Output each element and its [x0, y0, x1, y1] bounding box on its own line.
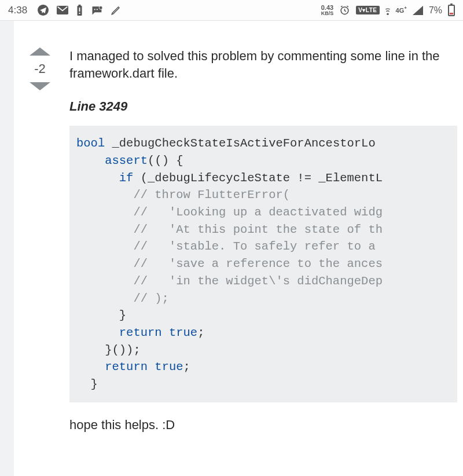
code-text: (_debugLifecycleState != _ElementL [133, 171, 383, 185]
svg-rect-3 [79, 5, 81, 6]
svg-point-7 [97, 9, 98, 10]
code-text: ; [197, 326, 204, 339]
code-comment: // 'stable. To safely refer to a [76, 240, 383, 253]
code-text: ; [183, 360, 190, 374]
code-text: }()); [76, 343, 141, 357]
network-gen-label: 4G [396, 7, 405, 14]
vote-score: -2 [34, 61, 46, 76]
answer-container: -2 I managed to solved this problem by c… [0, 21, 463, 476]
status-left: 4:38 [8, 5, 121, 16]
clock: 4:38 [8, 5, 27, 16]
network-gen: 4G+ [396, 6, 407, 14]
alarm-icon [339, 5, 350, 16]
code-kw: if [76, 171, 133, 185]
data-rate-unit: KB/S [321, 11, 334, 16]
svg-rect-8 [99, 6, 102, 9]
code-block[interactable]: bool _debugCheckStateIsActiveForAncestor… [69, 126, 457, 402]
code-comment: // throw FlutterError( [76, 188, 290, 202]
code-comment: // 'At this point the state of th [76, 223, 383, 236]
answer-closing: hope this helps. :D [69, 416, 457, 434]
data-rate-value: 0.43 [321, 5, 333, 11]
data-rate: 0.43 KB/S [321, 5, 334, 16]
code-kw: return [76, 326, 162, 339]
battery-percent: 7% [429, 5, 442, 16]
telegram-icon [38, 5, 49, 16]
svg-rect-4 [79, 8, 80, 12]
svg-point-6 [94, 9, 95, 10]
code-kw: return [76, 360, 148, 374]
network-gen-sup: + [404, 5, 407, 10]
code-text: } [76, 378, 98, 391]
status-bar: 4:38 0.43 KB/S V▾LTE 4G+ [0, 0, 463, 21]
code-kw: assert [76, 154, 148, 167]
edit-icon [111, 5, 121, 16]
downvote-button[interactable] [30, 82, 50, 90]
code-comment: // 'in the widget\'s didChangeDep [76, 274, 383, 288]
code-text: } [76, 309, 126, 322]
svg-point-10 [387, 13, 389, 15]
line-label: Line 3249 [69, 98, 457, 115]
message-icon [91, 5, 102, 16]
code-text: (() { [148, 154, 183, 167]
svg-rect-5 [79, 13, 80, 14]
status-right: 0.43 KB/S V▾LTE 4G+ 7% [321, 5, 455, 16]
code-text: _debugCheckStateIsActiveForAncestorLo [105, 137, 375, 150]
vote-column: -2 [14, 38, 66, 476]
code-kw: bool [76, 137, 105, 150]
code-comment: // 'Looking up a deactivated widg [76, 206, 383, 219]
battery-icon [448, 5, 455, 16]
gmail-icon [57, 6, 68, 14]
answer-body: I managed to solved this problem by comm… [66, 38, 463, 476]
upvote-button[interactable] [30, 47, 50, 56]
volte-badge: V▾LTE [356, 6, 379, 14]
code-kw: true [148, 360, 183, 374]
code-comment: // ); [76, 292, 169, 305]
answer-intro: I managed to solved this problem by comm… [69, 47, 457, 82]
code-kw: true [162, 326, 198, 339]
code-comment: // 'save a reference to the ances [76, 257, 383, 270]
wifi-icon [385, 5, 390, 16]
signal-icon [413, 6, 423, 15]
battery-alert-icon [76, 5, 83, 16]
left-gutter [0, 21, 14, 476]
